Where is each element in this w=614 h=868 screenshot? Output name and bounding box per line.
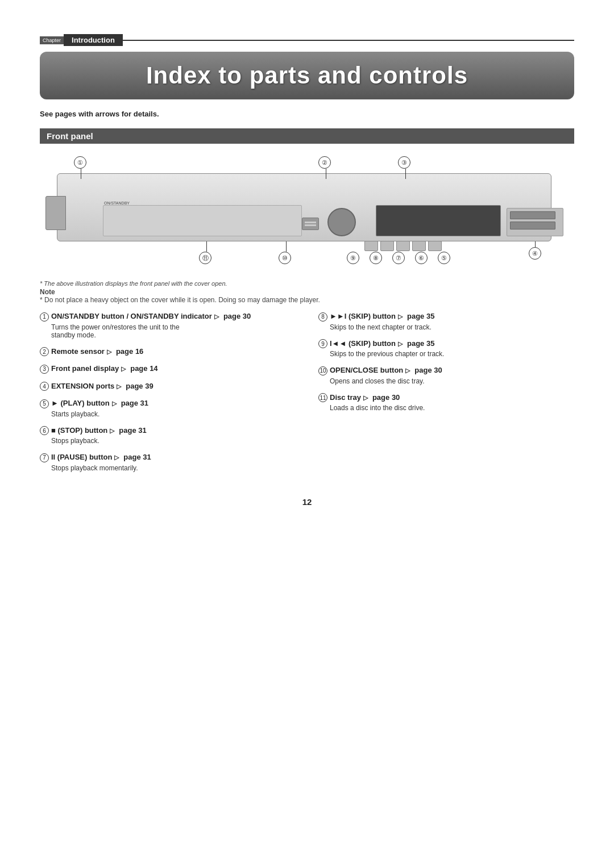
chapter-title: Introduction <box>64 34 123 46</box>
callout-5: ⑤ <box>438 252 450 264</box>
arrow-11 <box>363 393 370 400</box>
desc-item-9: 9 I◄◄ (SKIP) button page 35 Skips to the… <box>318 339 574 358</box>
btn-3 <box>396 241 410 251</box>
line-1 <box>81 169 81 179</box>
desc-text-11: Loads a disc into the disc drive. <box>318 404 574 412</box>
on-standby-label: ON/STANDBY <box>104 201 130 205</box>
btn-5 <box>428 241 442 251</box>
arrow-3 <box>121 364 128 371</box>
btn-4 <box>412 241 426 251</box>
title-text-1: ON/STANDBY button / ON/STANDBY indicator <box>51 312 212 320</box>
desc-item-6: 6 ■ (STOP) button page 31 Stops playback… <box>40 426 296 445</box>
desc-title-11: 11 Disc tray page 30 <box>318 393 574 403</box>
page-1: page 30 <box>223 312 251 320</box>
callout-7: ⑦ <box>392 252 405 264</box>
title-text-3: Front panel display <box>51 364 119 373</box>
chapter-line <box>123 40 574 41</box>
desc-title-1: 1 ON/STANDBY button / ON/STANDBY indicat… <box>40 312 296 322</box>
circle-7: 7 <box>40 453 49 462</box>
desc-title-7: 7 II (PAUSE) button page 31 <box>40 453 296 462</box>
remote-sensor-circle <box>327 208 356 236</box>
desc-item-2: 2 Remote sensor page 16 <box>40 347 296 357</box>
btn-2 <box>380 241 394 251</box>
circle-3: 3 <box>40 365 49 374</box>
left-column: 1 ON/STANDBY button / ON/STANDBY indicat… <box>40 312 296 480</box>
disc-tray-area <box>103 205 302 236</box>
callout-6: ⑥ <box>415 252 428 264</box>
circle-9: 9 <box>318 339 327 348</box>
btn-1 <box>364 241 378 251</box>
title-text-6: ■ (STOP) button <box>51 426 107 435</box>
title-text-11: Disc tray <box>330 393 361 402</box>
title-text-10: OPEN/CLOSE button <box>330 366 403 374</box>
title-text-2: Remote sensor <box>51 347 105 356</box>
page-6: page 31 <box>119 426 146 435</box>
title-text-5: ► (PLAY) button <box>51 399 110 407</box>
title-text-8: ►►I (SKIP) button <box>330 312 396 320</box>
desc-title-2: 2 Remote sensor page 16 <box>40 347 296 357</box>
callout-10: ⑩ <box>279 252 291 264</box>
desc-title-9: 9 I◄◄ (SKIP) button page 35 <box>318 339 574 349</box>
chapter-label: Chapter <box>40 36 64 44</box>
note-bold: Note <box>40 288 55 296</box>
note-text: * Do not place a heavy object on the cov… <box>40 296 574 304</box>
desc-item-5: 5 ► (PLAY) button page 31 Starts playbac… <box>40 399 296 418</box>
page-11: page 30 <box>372 393 400 402</box>
arrow-10 <box>405 366 412 373</box>
callout-11: ⑪ <box>199 252 211 264</box>
desc-title-4: 4 EXTENSION ports page 39 <box>40 382 296 391</box>
desc-item-7: 7 II (PAUSE) button page 31 Stops playba… <box>40 453 296 472</box>
desc-item-1: 1 ON/STANDBY button / ON/STANDBY indicat… <box>40 312 296 339</box>
device-body: ON/STANDBY <box>57 173 551 241</box>
page-10: page 30 <box>414 366 442 374</box>
circle-6: 6 <box>40 426 49 435</box>
circle-11: 11 <box>318 393 327 402</box>
front-panel-label: Front panel <box>40 128 574 144</box>
callout-2: ② <box>318 156 331 169</box>
title-text-9: I◄◄ (SKIP) button <box>330 339 396 348</box>
line-4 <box>535 241 536 247</box>
device-diagram: ON/STANDBY ① ② ③ ④ ⑤ <box>40 151 574 276</box>
desc-title-3: 3 Front panel display page 14 <box>40 364 296 374</box>
note-section: * The above illustration displays the fr… <box>40 280 574 304</box>
callout-4: ④ <box>529 247 541 260</box>
description-grid: 1 ON/STANDBY button / ON/STANDBY indicat… <box>40 312 574 480</box>
ext-port-2 <box>510 222 555 229</box>
callout-8: ⑧ <box>370 252 382 264</box>
desc-item-11: 11 Disc tray page 30 Loads a disc into t… <box>318 393 574 412</box>
circle-1: 1 <box>40 312 49 322</box>
circle-4: 4 <box>40 382 49 391</box>
desc-item-3: 3 Front panel display page 14 <box>40 364 296 374</box>
desc-text-1: Turns the power on/restores the unit to … <box>40 323 296 339</box>
chapter-header: Chapter Introduction <box>40 34 574 46</box>
subtitle: See pages with arrows for details. <box>40 110 574 118</box>
circle-8: 8 <box>318 312 327 322</box>
arrow-9 <box>398 339 405 346</box>
desc-title-10: 10 OPEN/CLOSE button page 30 <box>318 366 574 375</box>
arrow-7 <box>114 453 121 460</box>
page-2: page 16 <box>116 347 143 356</box>
arrow-4 <box>117 382 123 389</box>
loading-slot <box>302 218 319 230</box>
front-panel-display <box>376 205 501 236</box>
line-10 <box>286 241 287 252</box>
button-row <box>364 241 442 251</box>
title-text-4: EXTENSION ports <box>51 382 114 390</box>
extension-ports <box>507 208 563 236</box>
page-title: Index to parts and controls <box>57 62 557 89</box>
title-text-7: II (PAUSE) button <box>51 453 112 461</box>
callout-1: ① <box>74 156 86 169</box>
page-4: page 39 <box>126 382 153 390</box>
callout-3: ③ <box>398 156 410 169</box>
page-3: page 14 <box>130 364 157 373</box>
desc-text-7: Stops playback momentarily. <box>40 464 296 472</box>
note-italic: * The above illustration displays the fr… <box>40 280 574 287</box>
callout-9: ⑨ <box>347 252 359 264</box>
arrow-6 <box>110 426 117 433</box>
line-2 <box>326 169 326 179</box>
desc-title-5: 5 ► (PLAY) button page 31 <box>40 399 296 408</box>
desc-text-8: Skips to the next chapter or track. <box>318 323 574 331</box>
page-5: page 31 <box>121 399 148 407</box>
desc-text-9: Skips to the previous chapter or track. <box>318 350 574 358</box>
desc-title-8: 8 ►►I (SKIP) button page 35 <box>318 312 574 322</box>
